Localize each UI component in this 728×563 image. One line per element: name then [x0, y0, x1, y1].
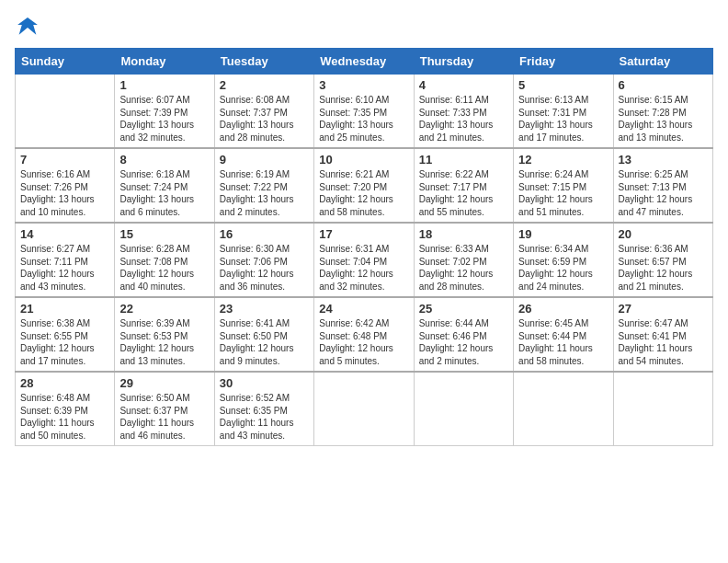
day-number: 29 — [119, 376, 209, 390]
logo-bird-icon — [15, 15, 40, 40]
calendar-cell: 23Sunrise: 6:41 AM Sunset: 6:50 PM Dayli… — [214, 297, 313, 372]
calendar-cell: 7Sunrise: 6:16 AM Sunset: 7:26 PM Daylig… — [16, 148, 115, 223]
day-number: 22 — [119, 302, 209, 316]
day-number: 26 — [518, 302, 608, 316]
col-header-friday: Friday — [514, 49, 613, 75]
calendar-week-row: 1Sunrise: 6:07 AM Sunset: 7:39 PM Daylig… — [16, 75, 713, 149]
day-info: Sunrise: 6:36 AM Sunset: 6:57 PM Dayligh… — [619, 243, 708, 293]
calendar-cell — [16, 75, 115, 149]
calendar-header-row: SundayMondayTuesdayWednesdayThursdayFrid… — [16, 49, 713, 75]
day-info: Sunrise: 6:11 AM Sunset: 7:33 PM Dayligh… — [419, 94, 508, 144]
calendar-week-row: 14Sunrise: 6:27 AM Sunset: 7:11 PM Dayli… — [16, 223, 713, 297]
svg-marker-0 — [17, 17, 38, 35]
day-info: Sunrise: 6:27 AM Sunset: 7:11 PM Dayligh… — [20, 243, 109, 293]
day-info: Sunrise: 6:10 AM Sunset: 7:35 PM Dayligh… — [319, 94, 408, 144]
calendar-cell: 17Sunrise: 6:31 AM Sunset: 7:04 PM Dayli… — [314, 223, 414, 297]
calendar-cell: 8Sunrise: 6:18 AM Sunset: 7:24 PM Daylig… — [115, 148, 214, 223]
calendar-cell: 25Sunrise: 6:44 AM Sunset: 6:46 PM Dayli… — [414, 297, 513, 372]
col-header-wednesday: Wednesday — [314, 49, 414, 75]
day-info: Sunrise: 6:31 AM Sunset: 7:04 PM Dayligh… — [319, 243, 408, 293]
calendar-cell: 22Sunrise: 6:39 AM Sunset: 6:53 PM Dayli… — [115, 297, 214, 372]
calendar-cell: 9Sunrise: 6:19 AM Sunset: 7:22 PM Daylig… — [214, 148, 313, 223]
day-number: 20 — [619, 227, 708, 241]
calendar-cell: 10Sunrise: 6:21 AM Sunset: 7:20 PM Dayli… — [314, 148, 414, 223]
day-number: 5 — [518, 78, 608, 92]
day-info: Sunrise: 6:24 AM Sunset: 7:15 PM Dayligh… — [518, 168, 608, 218]
day-number: 3 — [319, 78, 408, 92]
day-info: Sunrise: 6:52 AM Sunset: 6:35 PM Dayligh… — [220, 392, 309, 442]
col-header-tuesday: Tuesday — [214, 49, 313, 75]
calendar-cell — [613, 372, 712, 446]
day-number: 23 — [220, 302, 309, 316]
calendar-cell: 6Sunrise: 6:15 AM Sunset: 7:28 PM Daylig… — [613, 75, 712, 149]
day-info: Sunrise: 6:21 AM Sunset: 7:20 PM Dayligh… — [319, 168, 408, 218]
day-number: 19 — [518, 227, 608, 241]
col-header-monday: Monday — [115, 49, 214, 75]
calendar-cell: 11Sunrise: 6:22 AM Sunset: 7:17 PM Dayli… — [414, 148, 513, 223]
day-number: 24 — [319, 302, 408, 316]
day-info: Sunrise: 6:38 AM Sunset: 6:55 PM Dayligh… — [20, 317, 109, 367]
day-number: 27 — [619, 302, 708, 316]
day-info: Sunrise: 6:33 AM Sunset: 7:02 PM Dayligh… — [419, 243, 508, 293]
day-info: Sunrise: 6:50 AM Sunset: 6:37 PM Dayligh… — [119, 392, 209, 442]
calendar-cell: 5Sunrise: 6:13 AM Sunset: 7:31 PM Daylig… — [514, 75, 613, 149]
day-info: Sunrise: 6:16 AM Sunset: 7:26 PM Dayligh… — [20, 168, 109, 218]
calendar-week-row: 7Sunrise: 6:16 AM Sunset: 7:26 PM Daylig… — [16, 148, 713, 223]
col-header-saturday: Saturday — [613, 49, 712, 75]
calendar-cell: 30Sunrise: 6:52 AM Sunset: 6:35 PM Dayli… — [214, 372, 313, 446]
calendar-cell: 26Sunrise: 6:45 AM Sunset: 6:44 PM Dayli… — [514, 297, 613, 372]
day-info: Sunrise: 6:07 AM Sunset: 7:39 PM Dayligh… — [119, 94, 209, 144]
logo — [15, 15, 44, 40]
day-info: Sunrise: 6:08 AM Sunset: 7:37 PM Dayligh… — [220, 94, 309, 144]
day-number: 30 — [220, 376, 309, 390]
day-number: 6 — [619, 78, 708, 92]
day-info: Sunrise: 6:30 AM Sunset: 7:06 PM Dayligh… — [220, 243, 309, 293]
calendar-cell: 19Sunrise: 6:34 AM Sunset: 6:59 PM Dayli… — [514, 223, 613, 297]
calendar-week-row: 21Sunrise: 6:38 AM Sunset: 6:55 PM Dayli… — [16, 297, 713, 372]
day-info: Sunrise: 6:47 AM Sunset: 6:41 PM Dayligh… — [619, 317, 708, 367]
col-header-sunday: Sunday — [16, 49, 115, 75]
day-info: Sunrise: 6:15 AM Sunset: 7:28 PM Dayligh… — [619, 94, 708, 144]
calendar-cell — [314, 372, 414, 446]
day-info: Sunrise: 6:42 AM Sunset: 6:48 PM Dayligh… — [319, 317, 408, 367]
day-number: 21 — [20, 302, 109, 316]
calendar-table: SundayMondayTuesdayWednesdayThursdayFrid… — [15, 48, 713, 446]
page-header — [15, 15, 713, 40]
day-number: 17 — [319, 227, 408, 241]
calendar-cell: 21Sunrise: 6:38 AM Sunset: 6:55 PM Dayli… — [16, 297, 115, 372]
day-number: 9 — [220, 153, 309, 167]
day-number: 7 — [20, 153, 109, 167]
calendar-cell: 18Sunrise: 6:33 AM Sunset: 7:02 PM Dayli… — [414, 223, 513, 297]
calendar-cell — [414, 372, 513, 446]
calendar-cell: 2Sunrise: 6:08 AM Sunset: 7:37 PM Daylig… — [214, 75, 313, 149]
calendar-cell: 16Sunrise: 6:30 AM Sunset: 7:06 PM Dayli… — [214, 223, 313, 297]
day-info: Sunrise: 6:39 AM Sunset: 6:53 PM Dayligh… — [119, 317, 209, 367]
calendar-cell: 13Sunrise: 6:25 AM Sunset: 7:13 PM Dayli… — [613, 148, 712, 223]
day-info: Sunrise: 6:48 AM Sunset: 6:39 PM Dayligh… — [20, 392, 109, 442]
calendar-cell: 3Sunrise: 6:10 AM Sunset: 7:35 PM Daylig… — [314, 75, 414, 149]
calendar-cell: 27Sunrise: 6:47 AM Sunset: 6:41 PM Dayli… — [613, 297, 712, 372]
day-number: 13 — [619, 153, 708, 167]
day-number: 18 — [419, 227, 508, 241]
col-header-thursday: Thursday — [414, 49, 513, 75]
day-number: 28 — [20, 376, 109, 390]
calendar-cell: 24Sunrise: 6:42 AM Sunset: 6:48 PM Dayli… — [314, 297, 414, 372]
calendar-cell: 14Sunrise: 6:27 AM Sunset: 7:11 PM Dayli… — [16, 223, 115, 297]
calendar-cell: 28Sunrise: 6:48 AM Sunset: 6:39 PM Dayli… — [16, 372, 115, 446]
day-info: Sunrise: 6:25 AM Sunset: 7:13 PM Dayligh… — [619, 168, 708, 218]
day-number: 10 — [319, 153, 408, 167]
day-number: 15 — [119, 227, 209, 241]
day-info: Sunrise: 6:18 AM Sunset: 7:24 PM Dayligh… — [119, 168, 209, 218]
day-info: Sunrise: 6:22 AM Sunset: 7:17 PM Dayligh… — [419, 168, 508, 218]
day-number: 16 — [220, 227, 309, 241]
day-number: 1 — [119, 78, 209, 92]
calendar-cell: 4Sunrise: 6:11 AM Sunset: 7:33 PM Daylig… — [414, 75, 513, 149]
day-number: 12 — [518, 153, 608, 167]
day-info: Sunrise: 6:28 AM Sunset: 7:08 PM Dayligh… — [119, 243, 209, 293]
calendar-cell: 15Sunrise: 6:28 AM Sunset: 7:08 PM Dayli… — [115, 223, 214, 297]
calendar-cell: 1Sunrise: 6:07 AM Sunset: 7:39 PM Daylig… — [115, 75, 214, 149]
day-info: Sunrise: 6:44 AM Sunset: 6:46 PM Dayligh… — [419, 317, 508, 367]
calendar-cell: 29Sunrise: 6:50 AM Sunset: 6:37 PM Dayli… — [115, 372, 214, 446]
day-number: 2 — [220, 78, 309, 92]
day-number: 25 — [419, 302, 508, 316]
